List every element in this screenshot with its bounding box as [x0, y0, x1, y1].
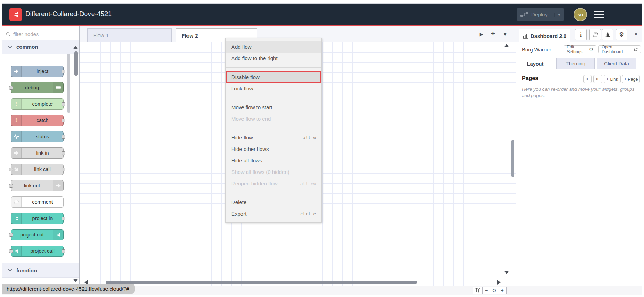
- book-icon: [593, 32, 598, 38]
- palette-scroll-up-icon[interactable]: [73, 46, 78, 49]
- menu-divider: [226, 128, 321, 128]
- palette-node-link-call[interactable]: link call: [11, 164, 64, 175]
- palette-node-project-out[interactable]: project out: [11, 229, 64, 240]
- menu-item-move-flow-end: Move flow to end: [226, 113, 321, 125]
- palette-node-project-call[interactable]: project call: [11, 246, 64, 257]
- menu-item-hide-flow[interactable]: Hide flowalt-w: [226, 132, 321, 143]
- gear-icon: ⚙: [619, 32, 624, 38]
- tab-list-caret-icon[interactable]: ▼: [503, 32, 507, 37]
- exclamation-icon: !: [11, 115, 22, 126]
- add-page-button[interactable]: + Page: [622, 75, 640, 83]
- palette-scroll-down-icon[interactable]: [73, 279, 78, 282]
- input-port: [9, 168, 13, 171]
- menu-item-show-all-flows: Show all flows (0 hidden): [226, 166, 321, 178]
- menu-item-export[interactable]: Exportctrl-e: [226, 208, 321, 219]
- menu-item-add-flow-right[interactable]: Add flow to the right: [226, 53, 321, 64]
- zoom-in-button[interactable]: +: [498, 287, 507, 294]
- collapse-all-button[interactable]: «: [583, 75, 592, 83]
- tab-toolbar: ▶ + ▼: [480, 26, 507, 42]
- output-port: [62, 168, 65, 171]
- inject-arrow-icon: [11, 66, 22, 77]
- palette-section-common[interactable]: common: [2, 40, 79, 54]
- menu-item-hide-other-flows[interactable]: Hide other flows: [226, 143, 321, 155]
- workspace: Flow 1 Flow 2 ▶ + ▼ Add flo: [80, 26, 516, 286]
- tab-flow-1[interactable]: Flow 1: [87, 28, 172, 42]
- palette-node-debug[interactable]: debug: [11, 82, 64, 93]
- palette-node-link-out[interactable]: link out: [11, 180, 64, 191]
- right-sidebar: Dashboard 2.0 i ⚙ ▼ Borg Warner Edit Set…: [516, 26, 642, 286]
- add-flow-button[interactable]: +: [491, 30, 495, 38]
- speech-bubble-icon: [11, 197, 22, 207]
- tab-client-data[interactable]: Client Data: [597, 58, 636, 69]
- palette-node-status[interactable]: status: [11, 131, 64, 142]
- help-button[interactable]: [589, 29, 601, 40]
- add-link-button[interactable]: + Link: [604, 75, 621, 83]
- gear-icon: ⚙: [589, 47, 593, 51]
- dashboard-subtabs: Layout Theming Client Data: [516, 58, 642, 69]
- info-icon: i: [580, 31, 582, 38]
- debug-button[interactable]: [602, 29, 613, 40]
- flowfuse-icon: [11, 213, 22, 224]
- deploy-label: Deploy: [531, 11, 548, 17]
- output-port: [62, 151, 65, 155]
- shortcut-label: alt-⇧w: [300, 178, 316, 189]
- search-icon: [6, 32, 10, 37]
- palette-node-inject[interactable]: inject: [11, 66, 64, 77]
- output-port: [62, 119, 65, 122]
- canvas-scroll-up-icon[interactable]: [504, 44, 509, 47]
- node-palette: common inject debug ! complete: [2, 26, 80, 286]
- canvas-horizontal-scrollbar-thumb[interactable]: [106, 281, 417, 284]
- menu-item-reopen-hidden-flow: Reopen hidden flowalt-⇧w: [226, 178, 321, 189]
- dashboard-name: Borg Warner: [522, 47, 551, 53]
- sidebar-options-caret-icon[interactable]: ▼: [634, 32, 638, 37]
- tab-scroll-right-icon[interactable]: ▶: [480, 32, 483, 37]
- edit-settings-button[interactable]: Edit Settings ⚙: [564, 45, 596, 53]
- zoom-out-button[interactable]: −: [482, 287, 491, 294]
- palette-scrollbar-thumb[interactable]: [74, 51, 78, 76]
- palette-node-comment[interactable]: comment: [11, 196, 64, 208]
- filter-nodes-input[interactable]: [13, 31, 72, 37]
- palette-node-catch[interactable]: ! catch: [11, 115, 64, 126]
- pages-help-text: Here you can re-order and move your widg…: [522, 86, 639, 99]
- main-menu-button[interactable]: [594, 11, 604, 18]
- debug-list-icon: [53, 82, 63, 93]
- menu-item-add-flow[interactable]: Add flow: [226, 41, 321, 53]
- settings-button[interactable]: ⚙: [616, 29, 627, 40]
- open-dashboard-button[interactable]: Open Dashboard: [598, 45, 641, 53]
- expand-all-button[interactable]: »: [593, 75, 602, 83]
- minus-icon: −: [485, 288, 488, 293]
- menu-item-delete[interactable]: Delete: [226, 196, 321, 208]
- instance-title: Different-Collared-Dove-4521: [25, 10, 112, 18]
- deploy-options-caret-icon[interactable]: ▼: [554, 13, 564, 17]
- zoom-reset-button[interactable]: O: [490, 287, 499, 294]
- palette-section-function[interactable]: function: [2, 263, 79, 278]
- canvas-vertical-scrollbar-thumb[interactable]: [511, 140, 514, 177]
- deploy-button[interactable]: Deploy ▼: [517, 8, 564, 21]
- canvas-scroll-right-icon[interactable]: [497, 280, 501, 285]
- menu-item-hide-all-flows[interactable]: Hide all flows: [226, 155, 321, 166]
- tab-layout[interactable]: Layout: [517, 58, 554, 70]
- link-arrow-icon: [53, 180, 63, 191]
- menu-item-lock-flow[interactable]: Lock flow: [226, 83, 321, 94]
- minimap-button[interactable]: [473, 287, 482, 294]
- tab-theming[interactable]: Theming: [556, 58, 595, 69]
- tab-dashboard-2[interactable]: Dashboard 2.0: [519, 29, 570, 42]
- chevron-down-icon: [8, 44, 12, 48]
- bug-icon: [605, 32, 611, 38]
- double-chevron-up-icon: «: [585, 78, 590, 80]
- shortcut-label: ctrl-e: [300, 208, 316, 219]
- output-port: [62, 135, 65, 139]
- input-port: [9, 233, 13, 237]
- canvas-scroll-down-icon[interactable]: [504, 271, 509, 274]
- palette-node-link-in[interactable]: link in: [11, 147, 64, 159]
- node-list-scrollbar-thumb[interactable]: [67, 54, 70, 113]
- menu-item-disable-flow[interactable]: Disable flow: [226, 71, 321, 83]
- palette-node-project-in[interactable]: project in: [11, 213, 64, 224]
- main-area: common inject debug ! complete: [2, 26, 642, 286]
- shortcut-label: alt-w: [303, 132, 316, 143]
- menu-item-move-flow-start[interactable]: Move flow to start: [226, 102, 321, 113]
- info-button[interactable]: i: [575, 29, 587, 40]
- plus-icon: +: [501, 288, 503, 293]
- palette-node-complete[interactable]: ! complete: [11, 98, 64, 110]
- user-avatar[interactable]: su: [574, 8, 587, 21]
